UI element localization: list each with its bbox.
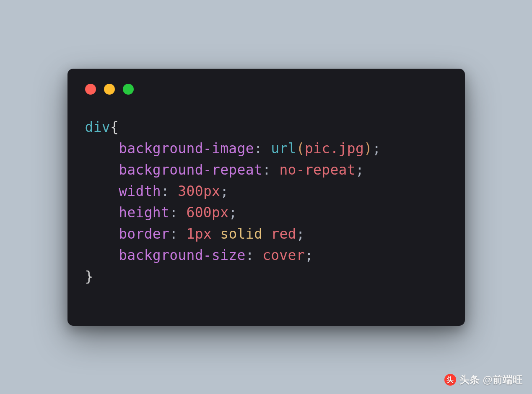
border-width: 1px <box>187 226 212 242</box>
css-number: 600 <box>187 204 212 221</box>
semicolon: ; <box>220 183 228 199</box>
indent <box>85 183 119 199</box>
maximize-icon[interactable] <box>123 84 134 95</box>
open-brace: { <box>110 119 119 135</box>
css-property: width <box>119 183 161 199</box>
css-property: background-repeat <box>119 162 262 178</box>
border-color: red <box>271 226 296 242</box>
indent <box>85 204 119 221</box>
colon: : <box>169 204 178 221</box>
watermark-label: 头条 <box>459 373 480 386</box>
semicolon: ; <box>372 140 381 157</box>
css-value: cover <box>262 247 305 263</box>
paren-close: ) <box>364 140 372 157</box>
colon: : <box>169 226 178 242</box>
css-property: background-image <box>119 140 254 157</box>
paren-open: ( <box>296 140 305 157</box>
css-function: url <box>271 140 296 157</box>
code-window: div{ background-image: url(pic.jpg); bac… <box>67 69 465 326</box>
semicolon: ; <box>228 204 237 221</box>
indent <box>85 162 119 178</box>
minimize-icon[interactable] <box>104 84 115 95</box>
css-number: 300 <box>178 183 203 199</box>
colon: : <box>262 162 271 178</box>
traffic-lights <box>85 84 447 95</box>
css-property: height <box>119 204 169 221</box>
border-style: solid <box>220 226 262 242</box>
code-block: div{ background-image: url(pic.jpg); bac… <box>85 116 447 288</box>
close-brace: } <box>85 268 93 285</box>
colon: : <box>254 140 262 157</box>
css-property: border <box>119 226 169 242</box>
css-unit: px <box>212 204 228 221</box>
colon: : <box>246 247 254 263</box>
watermark: 头 头条 @前端旺 <box>444 373 523 386</box>
css-selector: div <box>85 119 111 135</box>
indent <box>85 247 119 263</box>
semicolon: ; <box>356 162 364 178</box>
css-property: background-size <box>119 247 246 263</box>
css-value: no-repeat <box>279 162 356 178</box>
css-arg: pic.jpg <box>305 140 364 157</box>
semicolon: ; <box>305 247 313 263</box>
close-icon[interactable] <box>85 84 96 95</box>
watermark-handle: @前端旺 <box>483 373 523 386</box>
watermark-logo-icon: 头 <box>444 374 456 386</box>
semicolon: ; <box>296 226 305 242</box>
indent <box>85 226 119 242</box>
indent <box>85 140 119 157</box>
colon: : <box>161 183 169 199</box>
css-unit: px <box>203 183 220 199</box>
